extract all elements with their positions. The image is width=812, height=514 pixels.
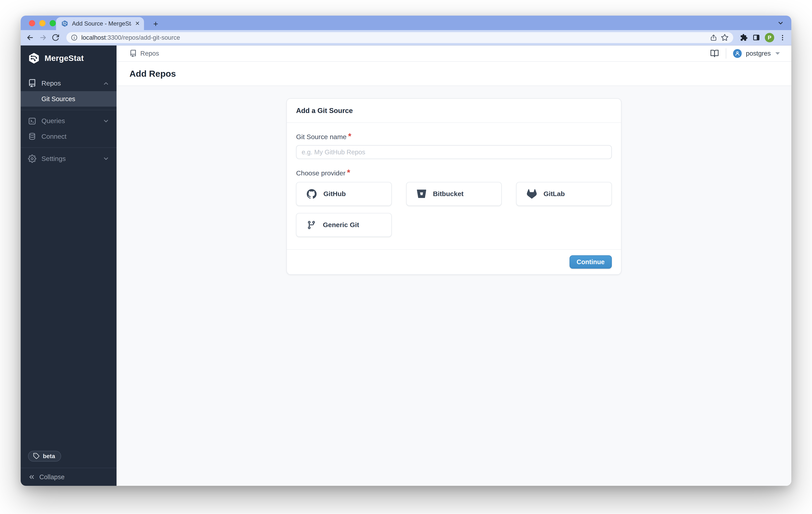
tab-search-chevron-down-icon[interactable] bbox=[777, 20, 784, 27]
caret-down-icon[interactable] bbox=[775, 52, 780, 55]
card-body: Git Source name* Choose provider* bbox=[287, 123, 621, 249]
sidebar-item-label: Connect bbox=[41, 133, 109, 140]
browser-menu-kebab-icon[interactable] bbox=[779, 34, 786, 41]
database-icon bbox=[28, 132, 36, 141]
chevron-down-icon[interactable] bbox=[103, 118, 109, 124]
browser-toolbar: localhost:3300/repos/add-git-source P bbox=[21, 30, 791, 46]
minimize-window-button[interactable] bbox=[39, 20, 46, 26]
git-source-name-label: Git Source name bbox=[296, 133, 347, 141]
page-header: Add Repos bbox=[117, 62, 791, 86]
sidebar-item-label: Repos bbox=[41, 80, 97, 87]
user-avatar[interactable] bbox=[733, 49, 742, 58]
browser-tab[interactable]: Add Source - MergeStat ✕ bbox=[56, 17, 144, 30]
site-info-icon[interactable] bbox=[71, 34, 78, 41]
sidebar-spacer bbox=[21, 166, 117, 451]
extensions-puzzle-icon[interactable] bbox=[740, 34, 748, 41]
provider-label: Bitbucket bbox=[433, 190, 464, 198]
tab-strip: Add Source - MergeStat ✕ + bbox=[21, 16, 791, 30]
continue-button[interactable]: Continue bbox=[570, 255, 612, 269]
collapse-sidebar-button[interactable]: Collapse bbox=[21, 468, 117, 486]
mergestat-app: MergeStat Repos Git Sources bbox=[21, 46, 791, 486]
chevron-up-icon[interactable] bbox=[103, 80, 109, 87]
provider-grid: GitHub Bitbucket bbox=[296, 182, 612, 237]
sidebar-item-connect[interactable]: Connect bbox=[21, 129, 117, 144]
url-bar[interactable]: localhost:3300/repos/add-git-source bbox=[66, 32, 733, 43]
book-open-icon[interactable] bbox=[710, 49, 719, 58]
mergestat-logo-icon bbox=[28, 52, 40, 64]
url-host: localhost bbox=[81, 34, 106, 41]
choose-provider-label: Choose provider bbox=[296, 169, 346, 177]
beta-badge: beta bbox=[28, 451, 61, 462]
provider-label: Generic Git bbox=[323, 221, 359, 229]
add-git-source-card: Add a Git Source Git Source name* Choose… bbox=[286, 98, 621, 275]
back-icon[interactable] bbox=[26, 33, 34, 42]
desktop: Add Source - MergeStat ✕ + bbox=[0, 0, 812, 514]
new-tab-button[interactable]: + bbox=[153, 20, 158, 28]
zoom-window-button[interactable] bbox=[50, 20, 56, 26]
breadcrumb[interactable]: Repos bbox=[129, 50, 159, 57]
sidebar-item-git-sources[interactable]: Git Sources bbox=[21, 91, 117, 107]
provider-button-github[interactable]: GitHub bbox=[296, 182, 392, 206]
sidebar-item-label: Queries bbox=[41, 117, 97, 125]
side-panel-icon[interactable] bbox=[752, 34, 760, 41]
sidebar: MergeStat Repos Git Sources bbox=[21, 46, 117, 486]
sidebar-item-settings[interactable]: Settings bbox=[21, 151, 117, 167]
repo-book-icon bbox=[129, 50, 137, 57]
tab-favicon-mergestat-icon bbox=[61, 20, 68, 27]
topbar-right: postgres bbox=[710, 48, 780, 59]
url-path: :3300/repos/add-git-source bbox=[106, 34, 180, 41]
required-asterisk: * bbox=[347, 168, 350, 177]
provider-button-gitlab[interactable]: GitLab bbox=[516, 182, 612, 206]
card-title: Add a Git Source bbox=[287, 99, 621, 123]
sidebar-divider bbox=[21, 147, 117, 148]
terminal-icon bbox=[28, 117, 36, 125]
forward-icon[interactable] bbox=[39, 33, 47, 42]
vertical-divider bbox=[726, 48, 726, 59]
sidebar-item-queries[interactable]: Queries bbox=[21, 113, 117, 129]
card-footer: Continue bbox=[287, 249, 621, 274]
browser-window: Add Source - MergeStat ✕ + bbox=[21, 16, 791, 486]
provider-label: GitLab bbox=[543, 190, 564, 198]
close-window-button[interactable] bbox=[29, 20, 35, 26]
browser-profile-avatar[interactable]: P bbox=[765, 33, 774, 42]
provider-label: GitHub bbox=[323, 190, 346, 198]
brand-name: MergeStat bbox=[45, 54, 84, 63]
chevrons-left-icon bbox=[28, 474, 35, 481]
github-icon bbox=[307, 189, 317, 199]
share-icon[interactable] bbox=[710, 34, 717, 41]
sidebar-divider bbox=[21, 110, 117, 110]
reload-icon[interactable] bbox=[52, 34, 59, 41]
tab-close-icon[interactable]: ✕ bbox=[135, 21, 140, 26]
sidebar-item-label: Settings bbox=[41, 155, 97, 163]
git-source-name-input[interactable] bbox=[296, 145, 612, 159]
tab-title: Add Source - MergeStat bbox=[72, 20, 132, 27]
bookmark-star-icon[interactable] bbox=[721, 34, 729, 41]
gear-icon bbox=[28, 154, 36, 163]
page-title: Add Repos bbox=[129, 68, 176, 79]
url-text: localhost:3300/repos/add-git-source bbox=[81, 34, 706, 41]
tag-icon bbox=[33, 453, 40, 459]
breadcrumb-bar: Repos postgres bbox=[117, 46, 791, 61]
required-asterisk: * bbox=[348, 132, 351, 141]
provider-button-bitbucket[interactable]: Bitbucket bbox=[406, 182, 502, 206]
page-content: Add a Git Source Git Source name* Choose… bbox=[117, 86, 791, 486]
main-area: Repos postgres Add bbox=[117, 46, 791, 486]
user-menu[interactable]: postgres bbox=[746, 50, 771, 57]
sidebar-item-repos[interactable]: Repos bbox=[21, 76, 117, 91]
git-branch-icon bbox=[307, 220, 316, 230]
breadcrumb-label: Repos bbox=[140, 50, 159, 57]
gitlab-icon bbox=[527, 189, 536, 199]
bitbucket-icon bbox=[417, 189, 426, 199]
sidebar-nav: Repos Git Sources Queries bbox=[21, 76, 117, 166]
collapse-label: Collapse bbox=[39, 474, 64, 481]
brand: MergeStat bbox=[21, 46, 117, 70]
window-controls bbox=[29, 20, 56, 26]
beta-label: beta bbox=[43, 453, 55, 460]
repo-book-icon bbox=[28, 79, 36, 87]
chevron-down-icon[interactable] bbox=[103, 155, 109, 162]
provider-button-generic-git[interactable]: Generic Git bbox=[296, 213, 392, 237]
beta-badge-wrap: beta bbox=[21, 451, 117, 468]
